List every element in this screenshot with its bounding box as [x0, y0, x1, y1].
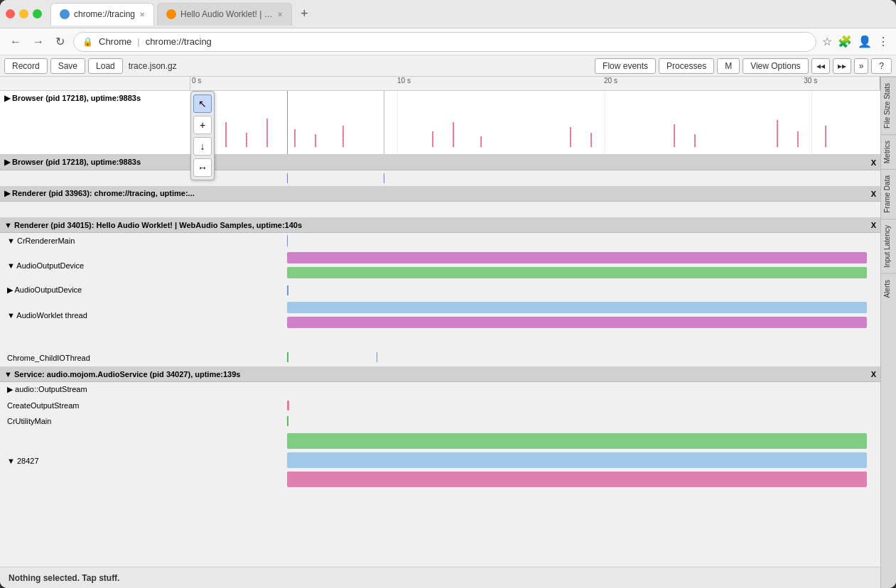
right-sidebar: File Size Stats Metrics Frame Data Input…	[880, 77, 896, 588]
tab-close-button[interactable]: ✕	[139, 11, 145, 18]
browser-row-label	[0, 170, 190, 185]
cr-utility-main-row: CrUtilityMain	[0, 413, 880, 429]
cpu-section: ▶ Browser (pid 17218), uptime:9883s	[0, 91, 880, 155]
brand-label: Chrome	[99, 36, 131, 47]
service-close-btn[interactable]: X	[871, 370, 876, 379]
28427-row: ▼ 28427	[0, 429, 880, 493]
bookmark-icon[interactable]: ☆	[822, 35, 832, 48]
address-icons: ☆ 🧩 👤 ⋮	[822, 35, 889, 48]
renderer1-row-label	[0, 202, 190, 217]
profile-icon[interactable]: 👤	[858, 35, 872, 48]
load-button[interactable]: Load	[88, 58, 123, 74]
service-label: ▼ Service: audio.mojom.AudioService (pid…	[4, 370, 240, 379]
browser-section-header: ▶ Browser (pid 17218), uptime:9883s X	[0, 155, 880, 170]
status-bar: Nothing selected. Tap stuff.	[0, 567, 880, 588]
reload-button[interactable]: ↻	[53, 33, 68, 50]
zoom-in-tool[interactable]: ↓	[193, 137, 212, 156]
trace-panel: 0 s 10 s 20 s 30 s ↖ + ↓ ↔ ▶ Browser (pi…	[0, 77, 880, 588]
audio-output-device-collapsed-timeline	[190, 283, 880, 298]
create-outputstream-label: CreateOutputStream	[0, 401, 190, 410]
view-options-button[interactable]: View Options	[743, 58, 808, 74]
sidebar-tab-frame-data[interactable]: Frame Data	[881, 169, 896, 219]
browser-section-label: ▶ Browser (pid 17218), uptime:9883s	[4, 158, 141, 167]
renderer2-label: ▼ Renderer (pid 34015): Hello Audio Work…	[4, 221, 302, 229]
header-spacer	[0, 77, 190, 90]
titlebar: chrome://tracing ✕ Hello Audio Worklet! …	[0, 0, 896, 28]
tick-10: 10 s	[397, 77, 411, 85]
help-button[interactable]: ?	[871, 58, 892, 74]
tab-active[interactable]: chrome://tracing ✕	[50, 3, 154, 26]
back-button[interactable]: ←	[7, 34, 24, 50]
chrome-child-io-row: Chrome_ChildIOThread	[0, 349, 880, 366]
tab-inactive[interactable]: Hello Audio Worklet! | WebAu... ✕	[157, 3, 292, 26]
tab-favicon	[60, 9, 70, 19]
timeline-scale: 0 s 10 s 20 s 30 s	[190, 77, 880, 90]
audio-worklet-thread-timeline	[190, 298, 880, 332]
forward-button[interactable]: →	[30, 34, 47, 50]
menu-icon[interactable]: ⋮	[878, 35, 889, 48]
url-separator: |	[137, 36, 139, 47]
tick-20: 20 s	[604, 77, 617, 85]
renderer1-row-timeline	[190, 202, 880, 217]
renderer1-row	[0, 202, 880, 217]
zoom-out-tool[interactable]: ↔	[193, 158, 212, 177]
cpu-chart	[190, 91, 880, 154]
status-text: Nothing selected. Tap stuff.	[9, 573, 119, 583]
processes-button[interactable]: Processes	[659, 58, 714, 74]
cr-renderer-main-label: ▼ CrRendererMain	[0, 236, 190, 245]
browser-row	[0, 170, 880, 186]
28427-timeline	[190, 429, 880, 492]
renderer1-close-btn[interactable]: X	[871, 190, 876, 198]
audio-output-device-row: ▼ AudioOutputDevice	[0, 249, 880, 283]
flow-events-button[interactable]: Flow events	[595, 58, 656, 74]
sidebar-tab-metrics[interactable]: Metrics	[881, 134, 896, 169]
m-button[interactable]: M	[717, 58, 740, 74]
lock-icon: 🔒	[82, 37, 93, 47]
browser-close-btn[interactable]: X	[871, 158, 876, 167]
cr-renderer-main-row: ▼ CrRendererMain	[0, 233, 880, 249]
renderer1-label: ▶ Renderer (pid 33963): chrome://tracing…	[4, 189, 195, 198]
save-button[interactable]: Save	[50, 58, 85, 74]
audio-worklet-thread-row: ▼ AudioWorklet thread	[0, 298, 880, 332]
audio-output-device-collapsed-label: ▶ AudioOutputDevice	[0, 285, 190, 295]
tab-label-2: Hello Audio Worklet! | WebAu...	[180, 9, 273, 19]
nav-out-button[interactable]: »	[854, 58, 869, 74]
renderer2-close-btn[interactable]: X	[871, 221, 876, 229]
audio-outputstream-label: ▶ audio::OutputStream	[0, 385, 190, 394]
empty-row-1	[0, 332, 880, 349]
audio-output-device-timeline	[190, 249, 880, 282]
create-outputstream-row: CreateOutputStream	[0, 398, 880, 413]
maximize-button[interactable]	[33, 9, 42, 18]
tab-favicon-2	[166, 9, 176, 19]
cr-utility-main-timeline	[190, 413, 880, 428]
record-button[interactable]: Record	[4, 58, 48, 74]
select-tool[interactable]: ↖	[193, 94, 212, 113]
nav-left-button[interactable]: ◂◂	[811, 58, 830, 74]
chrome-child-io-label: Chrome_ChildIOThread	[0, 354, 190, 362]
tab-close-button-2[interactable]: ✕	[277, 11, 283, 18]
service-section-header: ▼ Service: audio.mojom.AudioService (pid…	[0, 366, 880, 382]
addressbar: ← → ↻ 🔒 Chrome | chrome://tracing ☆ 🧩 👤 …	[0, 28, 896, 55]
browser-row-timeline	[190, 170, 880, 185]
28427-label: ▼ 28427	[0, 457, 190, 465]
toolbar: Record Save Load trace.json.gz Flow even…	[0, 55, 896, 77]
close-button[interactable]	[6, 9, 15, 18]
pan-tool[interactable]: +	[193, 116, 212, 134]
tick-30: 30 s	[804, 77, 817, 85]
minimize-button[interactable]	[19, 9, 28, 18]
new-tab-button[interactable]: +	[295, 5, 314, 23]
sidebar-tab-file-size[interactable]: File Size Stats	[881, 77, 896, 134]
sidebar-tab-alerts[interactable]: Alerts	[881, 273, 896, 304]
sidebar-tab-input-latency[interactable]: Input Latency	[881, 219, 896, 273]
toolbar-right: Flow events Processes M View Options ◂◂ …	[595, 58, 892, 74]
renderer2-section-header: ▼ Renderer (pid 34015): Hello Audio Work…	[0, 217, 880, 233]
extension-icon[interactable]: 🧩	[838, 35, 852, 48]
nav-right-button[interactable]: ▸▸	[833, 58, 851, 74]
cr-utility-main-label: CrUtilityMain	[0, 417, 190, 425]
tab-bar: chrome://tracing ✕ Hello Audio Worklet! …	[50, 3, 890, 26]
tool-panel: ↖ + ↓ ↔	[190, 91, 215, 180]
tick-0: 0 s	[192, 77, 201, 85]
main-area: 0 s 10 s 20 s 30 s ↖ + ↓ ↔ ▶ Browser (pi…	[0, 77, 896, 588]
trace-viewport[interactable]: ↖ + ↓ ↔ ▶ Browser (pid 17218), uptime:98…	[0, 91, 880, 567]
url-bar[interactable]: 🔒 Chrome | chrome://tracing	[73, 32, 816, 52]
